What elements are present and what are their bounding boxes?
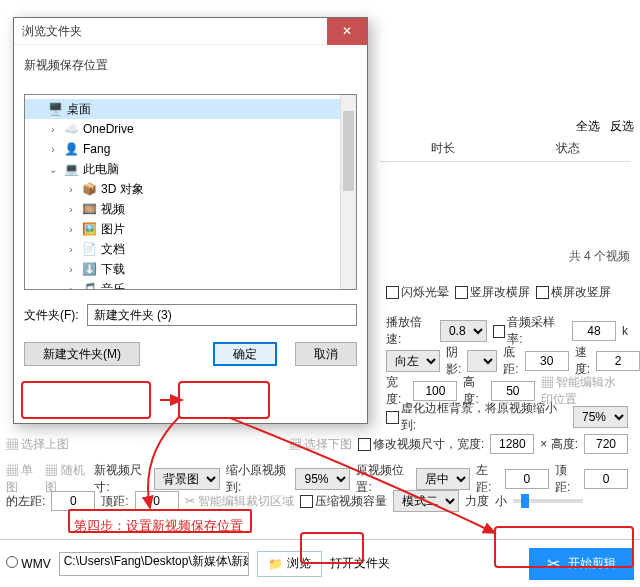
folder-icon: 📄 xyxy=(81,241,97,257)
new-size-select[interactable]: 背景图 xyxy=(154,468,220,490)
expand-icon[interactable]: › xyxy=(65,224,77,235)
tree-item-label: Fang xyxy=(83,142,110,156)
tree-item-label: 音乐 xyxy=(101,281,125,291)
tree-item[interactable]: ›📄文档 xyxy=(25,239,356,259)
start-cut-button[interactable]: ✂开始剪辑 xyxy=(529,548,634,580)
landscape-to-portrait-checkbox[interactable]: 横屏改竖屏 xyxy=(536,284,611,301)
folder-icon: 💻 xyxy=(63,161,79,177)
playback-speed-label: 播放倍速: xyxy=(386,314,434,348)
open-folder-checkbox[interactable]: 打开文件夹 xyxy=(330,555,390,572)
tree-item[interactable]: ›👤Fang xyxy=(25,139,356,159)
shrink-to-select[interactable]: 95% xyxy=(295,468,350,490)
bottom-distance-input[interactable] xyxy=(525,351,569,371)
left-dist-input[interactable] xyxy=(505,469,549,489)
strength-slider[interactable] xyxy=(513,499,583,503)
shrink-select[interactable]: 75% xyxy=(573,406,628,428)
resize-video-checkbox[interactable]: 修改视频尺寸，宽度: xyxy=(358,436,484,453)
top-input[interactable] xyxy=(135,491,179,511)
folder-icon: 👤 xyxy=(63,141,79,157)
folder-icon: ⬇️ xyxy=(81,261,97,277)
invert-select-checkbox[interactable]: 反选 xyxy=(610,118,634,135)
expand-icon[interactable]: › xyxy=(65,284,77,291)
expand-icon[interactable]: › xyxy=(47,144,59,155)
output-path-input[interactable]: C:\Users\Fang\Desktop\新媒体\新建 xyxy=(59,552,249,576)
shadow-select[interactable] xyxy=(467,350,497,372)
folder-icon: 📦 xyxy=(81,181,97,197)
select-upper-btn: ▦ 选择上图 xyxy=(6,436,69,453)
top-dist-input[interactable] xyxy=(584,469,628,489)
tree-item-label: 下载 xyxy=(101,261,125,278)
tree-item[interactable]: ›🎞️视频 xyxy=(25,199,356,219)
column-headers: 时长状态 xyxy=(380,136,630,162)
folder-icon: 🖼️ xyxy=(81,221,97,237)
close-icon: ✕ xyxy=(342,24,352,38)
tree-item[interactable]: ›⬇️下载 xyxy=(25,259,356,279)
sample-rate-input[interactable] xyxy=(572,321,616,341)
expand-icon[interactable]: › xyxy=(65,184,77,195)
dialog-subtitle: 新视频保存位置 xyxy=(14,45,367,86)
tree-item-label: 桌面 xyxy=(67,101,91,118)
browse-button[interactable]: 📁浏览 xyxy=(257,551,322,577)
blur-border-checkbox[interactable]: 虚化边框背景，将原视频缩小到: xyxy=(386,400,567,434)
tree-item[interactable]: ⌄💻此电脑 xyxy=(25,159,356,179)
new-folder-button[interactable]: 新建文件夹(M) xyxy=(24,342,140,366)
close-button[interactable]: ✕ xyxy=(327,18,367,45)
playback-speed-select[interactable]: 0.8 xyxy=(440,320,487,342)
tree-item[interactable]: ›🖼️图片 xyxy=(25,219,356,239)
expand-icon[interactable]: › xyxy=(47,124,59,135)
dialog-title: 浏览文件夹 xyxy=(22,23,82,40)
video-count: 共 4 个视频 xyxy=(569,248,630,265)
expand-icon[interactable]: › xyxy=(65,204,77,215)
tree-item[interactable]: ›📦3D 对象 xyxy=(25,179,356,199)
tree-item-label: 此电脑 xyxy=(83,161,119,178)
select-all-checkbox[interactable]: 全选 xyxy=(576,118,600,135)
scrollbar[interactable] xyxy=(340,95,356,289)
shimmer-checkbox[interactable]: 闪烁光晕 xyxy=(386,284,449,301)
folder-icon: 🎵 xyxy=(81,281,97,290)
folder-field-label: 文件夹(F): xyxy=(24,307,79,324)
tree-item-label: 3D 对象 xyxy=(101,181,144,198)
tree-item-label: OneDrive xyxy=(83,122,134,136)
tree-item[interactable]: 🖥️桌面 xyxy=(25,99,356,119)
wm-width-input[interactable] xyxy=(413,381,457,401)
expand-icon[interactable]: ⌄ xyxy=(47,164,59,175)
tree-item-label: 图片 xyxy=(101,221,125,238)
expand-icon[interactable]: › xyxy=(65,244,77,255)
ok-button[interactable]: 确定 xyxy=(213,342,277,366)
portrait-to-landscape-checkbox[interactable]: 竖屏改横屏 xyxy=(455,284,530,301)
tree-item-label: 视频 xyxy=(101,201,125,218)
step-note: 第四步：设置新视频保存位置 xyxy=(74,517,243,535)
speed-input[interactable] xyxy=(596,351,640,371)
folder-name-input[interactable] xyxy=(87,304,357,326)
select-lower-btn: ▦ 选择下图 xyxy=(289,436,352,453)
tree-item-label: 文档 xyxy=(101,241,125,258)
tree-item[interactable]: ›🎵音乐 xyxy=(25,279,356,290)
compress-mode-select[interactable]: 模式二 xyxy=(393,490,459,512)
cancel-button[interactable]: 取消 xyxy=(295,342,357,366)
smart-crop-btn: ✂ 智能编辑裁切区域 xyxy=(185,493,294,510)
resize-width-input[interactable] xyxy=(490,434,534,454)
tree-item[interactable]: ›☁️OneDrive xyxy=(25,119,356,139)
folder-tree[interactable]: 🖥️桌面›☁️OneDrive›👤Fang⌄💻此电脑›📦3D 对象›🎞️视频›🖼… xyxy=(24,94,357,290)
sample-rate-checkbox[interactable]: 音频采样率: xyxy=(493,314,566,348)
wm-height-input[interactable] xyxy=(491,381,535,401)
folder-icon: ☁️ xyxy=(63,121,79,137)
browse-folder-dialog: 浏览文件夹 ✕ 新视频保存位置 🖥️桌面›☁️OneDrive›👤Fang⌄💻此… xyxy=(13,17,368,424)
resize-height-input[interactable] xyxy=(584,434,628,454)
compress-checkbox[interactable]: 压缩视频容量 xyxy=(300,493,387,510)
folder-icon: 🎞️ xyxy=(81,201,97,217)
wmv-radio[interactable]: WMV xyxy=(6,556,51,571)
direction-select[interactable]: 向左 xyxy=(386,350,440,372)
scissors-icon: ✂ xyxy=(547,554,560,573)
left-input[interactable] xyxy=(51,491,95,511)
folder-icon: 🖥️ xyxy=(47,101,63,117)
position-select[interactable]: 居中 xyxy=(416,468,470,490)
folder-icon: 📁 xyxy=(268,557,283,571)
expand-icon[interactable]: › xyxy=(65,264,77,275)
